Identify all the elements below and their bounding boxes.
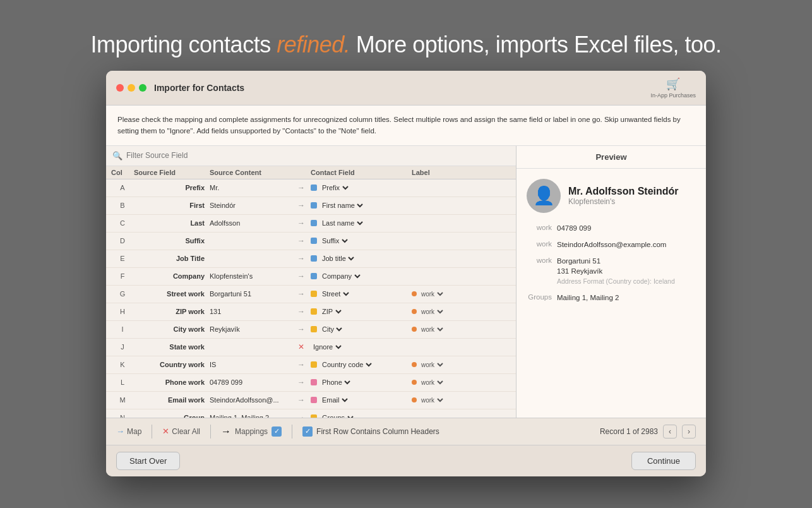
- continue-button[interactable]: Continue: [631, 452, 696, 470]
- field-select[interactable]: Ignore: [311, 342, 343, 351]
- field-select[interactable]: Last name: [319, 219, 365, 227]
- mappings-checkbox[interactable]: ✓: [272, 426, 282, 437]
- instructions: Please check the mapping and complete as…: [106, 106, 706, 146]
- arrow-icon: →: [292, 396, 311, 404]
- prev-record-button[interactable]: ‹: [663, 425, 677, 438]
- search-icon: 🔍: [112, 151, 122, 160]
- table-row: HZIP work131→ZIPwork: [106, 303, 516, 321]
- row-col-c: C: [111, 219, 134, 227]
- row-field[interactable]: Company: [311, 272, 412, 281]
- row-content: Adolfsson: [210, 219, 292, 227]
- table-row: ICity workReykjavík→Citywork: [106, 321, 516, 339]
- search-bar: 🔍: [106, 146, 516, 166]
- arrow-icon: →: [292, 219, 311, 227]
- table-row: LPhone work04789 099→Phonework: [106, 374, 516, 392]
- row-field[interactable]: City: [311, 325, 412, 334]
- start-over-button[interactable]: Start Over: [116, 452, 180, 470]
- in-app-purchases[interactable]: 🛒 In-App Purchases: [650, 77, 696, 99]
- label-dot: [412, 309, 417, 314]
- row-field[interactable]: Suffix: [311, 236, 412, 245]
- row-content: Borgartuni 51: [210, 290, 292, 298]
- label-select[interactable]: work: [419, 290, 445, 298]
- label-select[interactable]: work: [419, 378, 445, 387]
- row-field[interactable]: Groups: [311, 413, 412, 418]
- arrow-icon: →: [292, 325, 311, 334]
- preview-side: Preview 👤 Mr. Adolfsson Steindór Klopfen…: [516, 146, 706, 418]
- row-label[interactable]: work: [412, 308, 475, 316]
- label-select[interactable]: work: [419, 361, 445, 369]
- row-field[interactable]: Phone: [311, 378, 412, 387]
- next-record-button[interactable]: ›: [682, 425, 696, 438]
- field-select[interactable]: Phone: [319, 378, 352, 387]
- mappings-section: → Mappings ✓: [221, 426, 282, 437]
- field-dot: [311, 361, 317, 368]
- preview-groups-row: Groups Mailing 1, Mailing 2: [527, 293, 696, 303]
- address-line1: Borgartuni 51: [557, 257, 600, 265]
- field-dot: [311, 379, 317, 385]
- row-source: Prefix: [134, 184, 210, 191]
- preview-header: Preview: [516, 146, 706, 169]
- phone-label: work: [527, 223, 552, 233]
- groups-label: Groups: [527, 293, 552, 303]
- row-label[interactable]: work: [412, 378, 475, 387]
- label-select[interactable]: work: [419, 308, 445, 316]
- field-select[interactable]: Company: [319, 272, 362, 281]
- field-select[interactable]: Country code: [319, 360, 374, 369]
- row-field[interactable]: ZIP: [311, 307, 412, 316]
- label-dot: [412, 327, 417, 332]
- label-select[interactable]: work: [419, 396, 445, 404]
- row-label[interactable]: work: [412, 290, 475, 298]
- email-value: SteindorAdolfsson@example.com: [557, 239, 666, 250]
- row-label[interactable]: work: [412, 325, 475, 334]
- map-button[interactable]: → Map: [116, 426, 141, 436]
- traffic-light-yellow[interactable]: [128, 84, 135, 92]
- search-input[interactable]: [126, 151, 510, 160]
- table-row: GStreet workBorgartuni 51→Streetwork: [106, 286, 516, 303]
- row-col-b: B: [111, 202, 134, 209]
- field-select[interactable]: Suffix: [319, 236, 350, 245]
- row-label[interactable]: work: [412, 361, 475, 369]
- row-field[interactable]: Country code: [311, 360, 412, 369]
- row-source: City work: [134, 325, 210, 333]
- field-select[interactable]: First name: [319, 201, 365, 210]
- title-bar: Importer for Contacts 🛒 In-App Purchases: [106, 71, 706, 106]
- row-label[interactable]: work: [412, 396, 475, 404]
- field-select[interactable]: Prefix: [319, 183, 350, 192]
- row-content: 04789 099: [210, 378, 292, 386]
- row-source: Suffix: [134, 237, 210, 245]
- field-select[interactable]: Job title: [319, 254, 356, 263]
- row-field[interactable]: Ignore: [311, 342, 412, 351]
- row-field[interactable]: First name: [311, 201, 412, 210]
- table-row: FCompanyKlopfenstein's→Company: [106, 268, 516, 286]
- table-row: CLastAdolfsson→Last name: [106, 215, 516, 233]
- field-dot: [311, 326, 317, 332]
- field-select[interactable]: Street: [319, 289, 351, 298]
- field-dot: [311, 220, 317, 226]
- row-field[interactable]: Street: [311, 289, 412, 298]
- row-col-d: D: [111, 237, 134, 245]
- row-source: Phone work: [134, 378, 210, 386]
- row-field[interactable]: Prefix: [311, 183, 412, 192]
- preview-phone: work 04789 099: [527, 223, 696, 233]
- row-source: Company: [134, 272, 210, 280]
- row-field[interactable]: Email: [311, 396, 412, 404]
- traffic-light-green[interactable]: [139, 84, 146, 92]
- traffic-light-red[interactable]: [116, 84, 124, 92]
- groups-value: Mailing 1, Mailing 2: [557, 293, 619, 303]
- row-content: Mailing 1, Mailing 2: [210, 414, 292, 418]
- field-select[interactable]: Groups: [319, 413, 355, 418]
- clear-all-button[interactable]: ✕ Clear All: [162, 426, 200, 436]
- preview-name: Mr. Adolfsson Steindór: [568, 185, 679, 197]
- preview-contact-header: 👤 Mr. Adolfsson Steindór Klopfenstein's: [527, 179, 696, 213]
- field-select[interactable]: ZIP: [319, 307, 343, 316]
- row-field[interactable]: Job title: [311, 254, 412, 263]
- field-select[interactable]: City: [319, 325, 344, 334]
- field-dot: [311, 291, 317, 297]
- avatar-icon: 👤: [533, 185, 555, 206]
- ignore-icon: ✕: [292, 342, 311, 351]
- row-field[interactable]: Last name: [311, 219, 412, 227]
- first-row-checkbox[interactable]: ✓: [302, 426, 313, 437]
- row-source: Group: [134, 414, 210, 418]
- field-select[interactable]: Email: [319, 396, 350, 404]
- label-select[interactable]: work: [419, 325, 445, 334]
